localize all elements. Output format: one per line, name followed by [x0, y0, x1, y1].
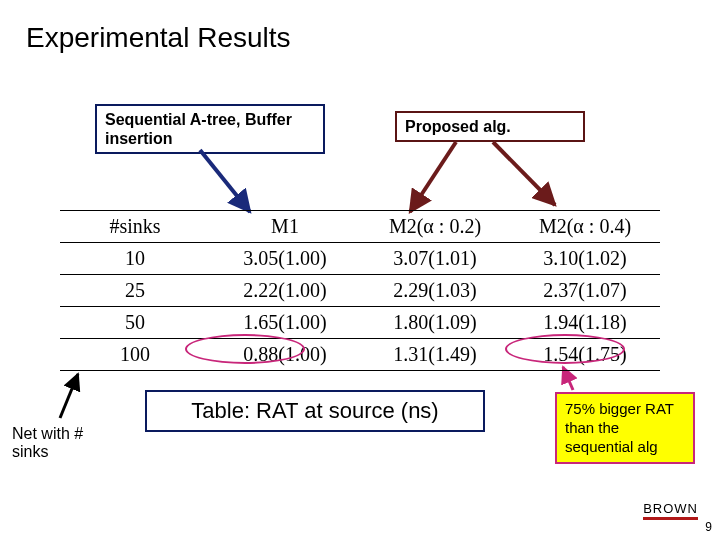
highlight-ellipse-m2b	[505, 334, 625, 364]
brand-logo: BROWN	[643, 501, 698, 520]
cell: 1.31(1.49)	[360, 339, 510, 371]
cell: 3.07(1.01)	[360, 243, 510, 275]
table-caption: Table: RAT at source (ns)	[145, 390, 485, 432]
cell: 1.94(1.18)	[510, 307, 660, 339]
brand-underline	[643, 517, 698, 520]
cell: 2.29(1.03)	[360, 275, 510, 307]
col-header-m2b: M2(α : 0.4)	[510, 211, 660, 243]
label-proposed: Proposed alg.	[395, 111, 585, 142]
cell: 3.05(1.00)	[210, 243, 360, 275]
page-title: Experimental Results	[26, 22, 291, 54]
col-header-sinks: #sinks	[60, 211, 210, 243]
arrow-proposed-1	[410, 142, 456, 212]
label-sequential: Sequential A-tree, Buffer insertion	[95, 104, 325, 154]
summary-callout: 75% bigger RAT than the sequential alg	[555, 392, 695, 464]
table-row: 25 2.22(1.00) 2.29(1.03) 2.37(1.07)	[60, 275, 660, 307]
highlight-ellipse-m1	[185, 334, 305, 364]
cell: 3.10(1.02)	[510, 243, 660, 275]
net-sinks-label: Net with # sinks	[12, 425, 102, 461]
arrow-proposed-2	[493, 142, 555, 205]
col-header-m2a: M2(α : 0.2)	[360, 211, 510, 243]
table-header-row: #sinks M1 M2(α : 0.2) M2(α : 0.4)	[60, 211, 660, 243]
cell: 10	[60, 243, 210, 275]
slide: Experimental Results Sequential A-tree, …	[0, 0, 720, 540]
page-number: 9	[705, 520, 712, 534]
arrow-sequential	[200, 150, 250, 212]
cell: 1.80(1.09)	[360, 307, 510, 339]
arrow-netlabel	[60, 374, 78, 418]
col-header-m1: M1	[210, 211, 360, 243]
brand-text: BROWN	[643, 501, 698, 516]
table-row: 10 3.05(1.00) 3.07(1.01) 3.10(1.02)	[60, 243, 660, 275]
cell: 2.22(1.00)	[210, 275, 360, 307]
cell: 50	[60, 307, 210, 339]
cell: 2.37(1.07)	[510, 275, 660, 307]
cell: 25	[60, 275, 210, 307]
